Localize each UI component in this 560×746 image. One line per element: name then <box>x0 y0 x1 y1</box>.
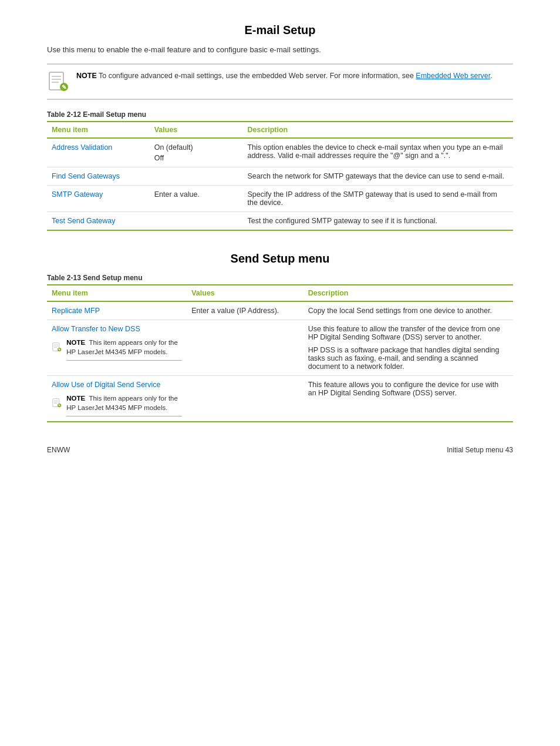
menu-item-link[interactable]: SMTP Gateway <box>52 190 103 199</box>
email-table-header-row: Menu item Values Description <box>47 122 513 138</box>
menu-item-link[interactable]: Find Send Gateways <box>52 172 120 180</box>
table-row: SMTP GatewayEnter a value.Specify the IP… <box>47 186 513 212</box>
value-item: Off <box>154 154 238 162</box>
note-inline-label: NOTE <box>66 339 85 346</box>
menu-item-link[interactable]: Allow Use of Digital Send Service <box>52 381 161 389</box>
description-cell: Test the configured SMTP gateway to see … <box>242 212 513 231</box>
menu-item-link[interactable]: Test Send Gateway <box>52 217 115 225</box>
note-inline: ✎ NOTE This item appears only for the HP… <box>52 338 182 361</box>
values-cell <box>150 212 243 231</box>
send-col-menu-item: Menu item <box>47 285 187 301</box>
menu-item-cell: SMTP Gateway <box>47 186 150 212</box>
note-body: To configure advanced e-mail settings, u… <box>99 72 416 80</box>
values-cell <box>150 167 243 186</box>
note-inline: ✎ NOTE This item appears only for the HP… <box>52 394 182 416</box>
menu-item-cell: Address Validation <box>47 138 150 167</box>
send-col-description: Description <box>303 285 513 301</box>
footer-right: Initial Setup menu 43 <box>447 446 513 454</box>
description-cell: Search the network for SMTP gateways tha… <box>242 167 513 186</box>
description-cell: Specify the IP address of the SMTP gatew… <box>242 186 513 212</box>
description-cell: This option enables the device to check … <box>242 138 513 167</box>
svg-text:✎: ✎ <box>58 348 60 351</box>
note-label: NOTE <box>76 72 97 80</box>
desc-para: Use this feature to allow the transfer o… <box>308 325 508 341</box>
values-cell <box>187 376 303 422</box>
values-cell: On (default)Off <box>150 138 243 167</box>
email-setup-table: Menu item Values Description Address Val… <box>47 121 513 231</box>
embedded-web-server-link[interactable]: Embedded Web server <box>416 72 490 80</box>
table-row: Allow Transfer to New DSS ✎ NOTE This it… <box>47 320 513 376</box>
menu-item-link[interactable]: Replicate MFP <box>52 307 100 315</box>
table-row: Find Send GatewaysSearch the network for… <box>47 167 513 186</box>
menu-item-link[interactable]: Address Validation <box>52 143 112 152</box>
email-table-label: Table 2-12 E-mail Setup menu <box>47 110 513 119</box>
email-setup-intro: Use this menu to enable the e-mail featu… <box>47 45 513 54</box>
svg-text:✎: ✎ <box>62 84 66 90</box>
send-col-values: Values <box>187 285 303 301</box>
send-table-label: Table 2-13 Send Setup menu <box>47 274 513 282</box>
note-icon: ✎ <box>47 70 69 93</box>
page-footer: ENWW Initial Setup menu 43 <box>47 446 513 454</box>
description-cell: This feature allows you to configure the… <box>303 376 513 422</box>
value-item: Enter a value (IP Address). <box>191 307 299 315</box>
value-item: On (default) <box>154 143 238 152</box>
description-cell: Copy the local Send settings from one de… <box>303 301 513 320</box>
note-icon-sm: ✎ <box>52 338 62 357</box>
desc-para: Copy the local Send settings from one de… <box>308 307 508 315</box>
table-row: Test Send GatewayTest the configured SMT… <box>47 212 513 231</box>
menu-item-cell: Test Send Gateway <box>47 212 150 231</box>
values-cell <box>187 320 303 376</box>
description-cell: Use this feature to allow the transfer o… <box>303 320 513 376</box>
email-setup-note-box: ✎ NOTE To configure advanced e-mail sett… <box>47 63 513 100</box>
note-icon-sm: ✎ <box>52 394 62 412</box>
footer-left: ENWW <box>47 446 70 454</box>
email-col-menu-item: Menu item <box>47 122 150 138</box>
note-inline-label: NOTE <box>66 395 85 402</box>
menu-item-link[interactable]: Allow Transfer to New DSS <box>52 325 140 333</box>
note-after: . <box>490 72 492 80</box>
menu-item-cell: Allow Transfer to New DSS ✎ NOTE This it… <box>47 320 187 376</box>
send-setup-table: Menu item Values Description Replicate M… <box>47 284 513 422</box>
email-col-values: Values <box>150 122 243 138</box>
note-inline-text: NOTE This item appears only for the HP L… <box>66 394 182 416</box>
menu-item-cell: Allow Use of Digital Send Service ✎ NOTE… <box>47 376 187 422</box>
menu-item-cell: Find Send Gateways <box>47 167 150 186</box>
svg-text:✎: ✎ <box>58 404 60 407</box>
email-col-description: Description <box>242 122 513 138</box>
note-content: NOTE To configure advanced e-mail settin… <box>76 70 492 82</box>
values-cell: Enter a value. <box>150 186 243 212</box>
table-row: Address ValidationOn (default)OffThis op… <box>47 138 513 167</box>
desc-para: This feature allows you to configure the… <box>308 381 508 397</box>
menu-item-cell: Replicate MFP <box>47 301 187 320</box>
note-inline-text: NOTE This item appears only for the HP L… <box>66 338 182 361</box>
send-setup-title: Send Setup menu <box>47 252 513 266</box>
send-table-header-row: Menu item Values Description <box>47 285 513 301</box>
table-row: Allow Use of Digital Send Service ✎ NOTE… <box>47 376 513 422</box>
values-cell: Enter a value (IP Address). <box>187 301 303 320</box>
table-row: Replicate MFPEnter a value (IP Address).… <box>47 301 513 320</box>
email-setup-title: E-mail Setup <box>47 23 513 37</box>
value-item: Enter a value. <box>154 190 238 199</box>
desc-para: HP DSS is a software package that handle… <box>308 346 508 371</box>
